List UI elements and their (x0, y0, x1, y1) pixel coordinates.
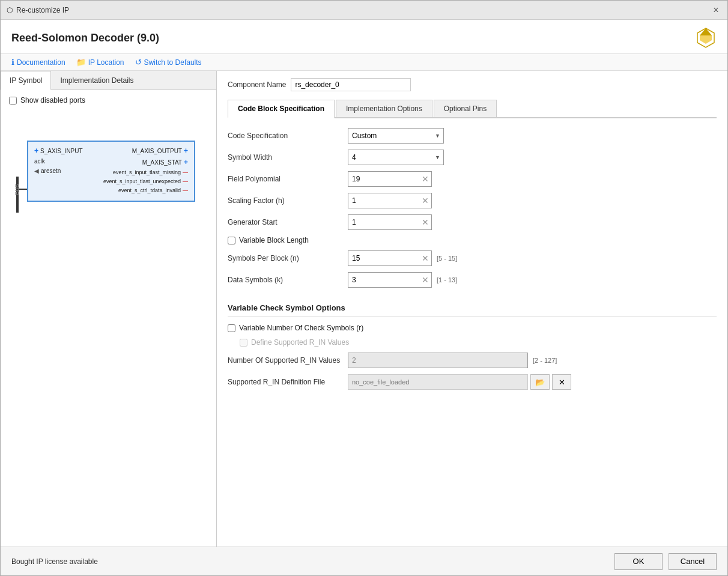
variable-check-section: Variable Check Symbol Options Variable N… (228, 303, 717, 396)
app-header: Reed-Solomon Decoder (9.0) (1, 20, 727, 54)
port-aclk: aclk (34, 158, 83, 165)
generator-start-clear[interactable]: ✕ (419, 218, 431, 226)
ip-box: + S_AXIS_INPUT aclk ◀ aresetn (27, 141, 195, 202)
location-icon: 📁 (76, 58, 86, 67)
main-tabs: Code Block Specification Implementation … (228, 100, 717, 118)
ok-button[interactable]: OK (614, 553, 663, 570)
title-bar-title: ⬡ Re-customize IP (7, 6, 69, 14)
variable-block-label: Variable Block Length (239, 236, 309, 244)
right-panel: Component Name Code Block Specification … (217, 71, 727, 547)
data-symbols-input[interactable] (348, 274, 419, 285)
generator-start-input[interactable] (348, 217, 419, 228)
logo-svg (695, 27, 717, 49)
symbol-width-control: 4 8 16 (348, 150, 717, 165)
component-name-label: Component Name (228, 80, 286, 89)
cancel-button[interactable]: Cancel (669, 553, 717, 570)
info-icon: ℹ (11, 58, 14, 67)
definition-file-browse[interactable]: 📂 (530, 374, 550, 390)
symbols-per-block-control: ✕ [5 - 15] (348, 250, 717, 266)
app-title: Reed-Solomon Decoder (9.0) (11, 32, 159, 44)
code-spec-select[interactable]: Custom DVB CCSDS (348, 128, 444, 144)
license-text: Bought IP license available (11, 557, 98, 566)
left-panel-body: Show disabled ports BUS (1, 90, 216, 547)
port-event-invalid: event_s_ctrl_tdata_invalid — (103, 187, 188, 193)
symbol-width-select-wrap: 4 8 16 (348, 150, 444, 165)
variable-block-checkbox[interactable] (228, 237, 235, 244)
num-supported-label: Number Of Supported R_IN Values (228, 356, 348, 365)
toolbar: ℹ Documentation 📁 IP Location ↺ Switch t… (1, 54, 727, 71)
num-supported-row: Number Of Supported R_IN Values [2 - 127… (228, 353, 717, 368)
definition-file-label: Supported R_IN Definition File (228, 378, 348, 386)
main-content: IP Symbol Implementation Details Show di… (1, 71, 727, 547)
bus-label: BUS (14, 184, 20, 195)
symbols-per-block-label: Symbols Per Block (n) (228, 254, 348, 262)
data-symbols-input-wrap: ✕ (348, 272, 432, 288)
field-polynomial-input-wrap: ✕ (348, 171, 432, 187)
code-spec-select-wrap: Custom DVB CCSDS (348, 128, 444, 144)
data-symbols-label: Data Symbols (k) (228, 276, 348, 284)
field-polynomial-label: Field Polynomial (228, 175, 348, 183)
bottom-buttons: OK Cancel (614, 553, 717, 570)
symbols-per-block-range: [5 - 15] (437, 255, 457, 262)
show-disabled-checkbox[interactable] (9, 97, 17, 105)
bus-left-connector (19, 189, 27, 190)
variable-check-title: Variable Check Symbol Options (228, 303, 717, 317)
num-supported-input[interactable] (348, 353, 528, 368)
port-m-axis-stat: M_AXIS_STAT + (103, 158, 188, 166)
define-supported-checkbox[interactable] (240, 339, 247, 347)
num-supported-range: [2 - 127] (533, 357, 557, 364)
tab-code-block[interactable]: Code Block Specification (228, 100, 335, 118)
scaling-factor-label: Scaling Factor (h) (228, 196, 348, 205)
tab-impl-options[interactable]: Implementation Options (336, 100, 432, 117)
code-specification-row: Code Specification Custom DVB CCSDS (228, 128, 717, 144)
port-aresetn: ◀ aresetn (34, 168, 83, 174)
generator-start-label: Generator Start (228, 218, 348, 226)
symbol-width-select[interactable]: 4 8 16 (348, 150, 444, 165)
symbols-per-block-input[interactable] (348, 253, 419, 264)
tab-optional-pins[interactable]: Optional Pins (434, 100, 497, 117)
data-symbols-range: [1 - 13] (437, 276, 457, 283)
num-supported-control: [2 - 127] (348, 353, 717, 368)
field-polynomial-clear[interactable]: ✕ (419, 175, 431, 183)
left-ports: + S_AXIS_INPUT aclk ◀ aresetn (34, 147, 83, 174)
bottom-bar: Bought IP license available OK Cancel (1, 547, 727, 575)
component-name-input[interactable] (291, 78, 411, 91)
switch-defaults-button[interactable]: ↺ Switch to Defaults (135, 58, 202, 67)
definition-file-clear-btn[interactable]: ✕ (552, 374, 571, 390)
variable-number-label: Variable Number Of Check Symbols (r) (239, 324, 363, 332)
generator-start-control: ✕ (348, 214, 717, 230)
ip-ports-container: + S_AXIS_INPUT aclk ◀ aresetn (34, 147, 188, 193)
main-window: ⬡ Re-customize IP × Reed-Solomon Decoder… (0, 0, 728, 576)
port-event-missing: event_s_input_tlast_missing — (103, 169, 188, 175)
ip-diagram-container: BUS + S_AXIS_INPUT (27, 141, 208, 202)
close-button[interactable]: × (711, 5, 721, 16)
data-symbols-clear[interactable]: ✕ (419, 276, 431, 284)
right-ports: M_AXIS_OUTPUT + M_AXIS_STAT + event_s_in… (103, 147, 188, 193)
show-disabled-label: Show disabled ports (20, 96, 85, 105)
definition-file-control: 📂 ✕ (348, 374, 717, 390)
scaling-factor-input-wrap: ✕ (348, 193, 432, 208)
ip-location-button[interactable]: 📁 IP Location (76, 58, 124, 67)
scaling-factor-control: ✕ (348, 193, 717, 208)
definition-file-input[interactable] (348, 374, 528, 390)
scaling-factor-input[interactable] (348, 195, 419, 206)
tab-ip-symbol[interactable]: IP Symbol (1, 71, 51, 90)
field-polynomial-input[interactable] (348, 174, 419, 184)
documentation-button[interactable]: ℹ Documentation (11, 58, 65, 67)
code-spec-control: Custom DVB CCSDS (348, 128, 717, 144)
variable-number-checkbox[interactable] (228, 324, 235, 332)
symbol-width-label: Symbol Width (228, 153, 348, 162)
port-event-unexpected: event_s_input_tlast_unexpected — (103, 178, 188, 184)
window-title-icon: ⬡ (7, 6, 13, 14)
left-tabs: IP Symbol Implementation Details (1, 71, 216, 90)
port-m-axis-output: M_AXIS_OUTPUT + (103, 147, 188, 155)
scaling-factor-row: Scaling Factor (h) ✕ (228, 193, 717, 208)
symbols-per-block-clear[interactable]: ✕ (419, 254, 431, 262)
code-spec-label: Code Specification (228, 132, 348, 140)
symbols-per-block-input-wrap: ✕ (348, 250, 432, 266)
scaling-factor-clear[interactable]: ✕ (419, 196, 431, 205)
tab-implementation-details[interactable]: Implementation Details (51, 71, 142, 89)
title-bar: ⬡ Re-customize IP × (1, 1, 727, 20)
variable-number-row: Variable Number Of Check Symbols (r) (228, 324, 717, 332)
generator-start-row: Generator Start ✕ (228, 214, 717, 230)
